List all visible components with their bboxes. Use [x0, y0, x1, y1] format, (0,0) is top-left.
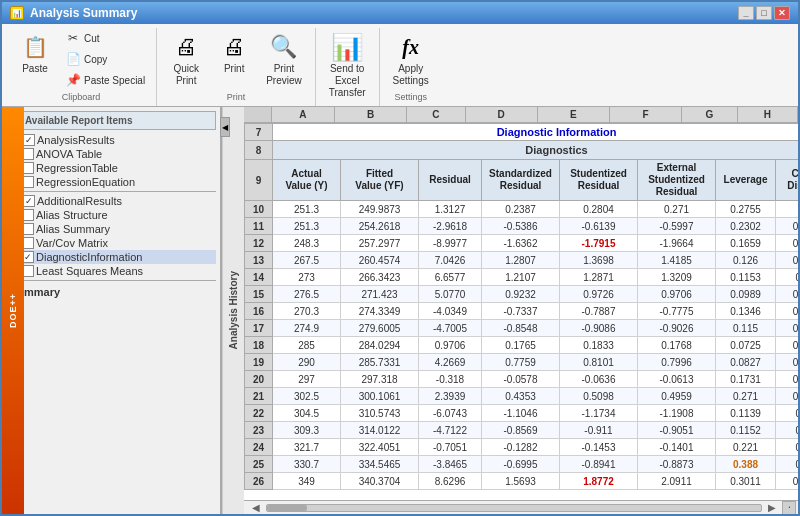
cell-21-c: 2.3939 — [419, 388, 482, 405]
table-row: 12248.3257.2977-8.9977-1.6362-1.7915-1.9… — [245, 235, 799, 252]
cell-12-g: 0.1659 — [716, 235, 776, 252]
cell-17-c: -4.7005 — [419, 320, 482, 337]
cell-17-h: 0.0358 — [776, 320, 799, 337]
panel-toggle[interactable]: ◀ — [220, 117, 230, 137]
cell-26-g: 0.3011 — [716, 473, 776, 490]
cell-20-d: -0.0578 — [482, 371, 560, 388]
minimize-button[interactable]: _ — [738, 6, 754, 20]
print-preview-label: PrintPreview — [266, 63, 302, 87]
print-preview-icon: 🔍 — [268, 31, 300, 63]
diagnostic-info-item[interactable]: DiagnosticInformation — [18, 250, 216, 264]
paste-button[interactable]: 📋 Paste — [12, 28, 58, 78]
regression-label: RegressionTable — [36, 162, 118, 174]
row-26-num: 26 — [245, 473, 273, 490]
close-button[interactable]: ✕ — [774, 6, 790, 20]
cell-24-c: -0.7051 — [419, 439, 482, 456]
cell-23-c: -4.7122 — [419, 422, 482, 439]
copy-button[interactable]: 📄 Copy — [60, 49, 150, 69]
cell-10-c: 1.3127 — [419, 201, 482, 218]
anova-label: ANOVA Table — [36, 148, 102, 160]
scroll-track[interactable] — [266, 504, 762, 512]
var-cov-item[interactable]: Var/Cov Matrix — [18, 236, 216, 250]
cell-15-f: 0.9706 — [638, 286, 716, 303]
least-squares-item[interactable]: Least Squares Means — [18, 264, 216, 278]
analysis-history-panel[interactable]: Analysis History — [222, 107, 244, 514]
col-header-A[interactable]: A — [272, 107, 335, 122]
analysis-results-checkbox[interactable] — [23, 134, 35, 146]
scroll-thumb[interactable] — [267, 505, 307, 511]
scroll-left[interactable]: ◀ — [246, 502, 266, 513]
paste-special-button[interactable]: 📌 Paste Special — [60, 70, 150, 90]
cell-13-h: 0.0901 — [776, 252, 799, 269]
table-row: 22304.5310.5743-6.0743-1.1046-1.1734-1.1… — [245, 405, 799, 422]
bottom-scrollbar[interactable]: ◀ ▶ ⬝ — [244, 500, 798, 514]
th-stud-residual: StudentizedResidual — [560, 160, 638, 201]
window-title: Analysis Summary — [30, 6, 137, 20]
send-excel-label: Send toExcelTransfer — [329, 63, 366, 99]
print-preview-button[interactable]: 🔍 PrintPreview — [259, 28, 309, 90]
scroll-right[interactable]: ▶ — [762, 502, 782, 513]
print-button[interactable]: 🖨 Print — [211, 28, 257, 78]
anova-table-item[interactable]: ANOVA Table — [18, 147, 216, 161]
cell-19-h: 0.0197 — [776, 354, 799, 371]
cell-25-e: -0.8941 — [560, 456, 638, 473]
cell-15-a: 276.5 — [273, 286, 341, 303]
col-header-D[interactable]: D — [466, 107, 538, 122]
col-header-G[interactable]: G — [682, 107, 738, 122]
excel-icon: 📊 — [331, 31, 363, 63]
settings-group-label: Settings — [394, 92, 427, 102]
analysis-history-label: Analysis History — [228, 271, 239, 349]
cell-25-b: 334.5465 — [341, 456, 419, 473]
table-row: 17274.9279.6005-4.7005-0.8548-0.9086-0.9… — [245, 320, 799, 337]
alias-structure-item[interactable]: Alias Structure — [18, 208, 216, 222]
additional-results-checkbox[interactable] — [23, 195, 35, 207]
cell-14-e: 1.2871 — [560, 269, 638, 286]
cell-10-a: 251.3 — [273, 201, 341, 218]
cell-17-b: 279.6005 — [341, 320, 419, 337]
cell-12-b: 257.2977 — [341, 235, 419, 252]
analysis-results-children: ANOVA Table RegressionTable RegressionEq… — [18, 147, 216, 189]
cell-19-c: 4.2669 — [419, 354, 482, 371]
scroll-corner[interactable]: ⬝ — [782, 501, 796, 515]
cell-21-g: 0.271 — [716, 388, 776, 405]
th-leverage: Leverage — [716, 160, 776, 201]
analysis-results-label: AnalysisResults — [37, 134, 115, 146]
regression-table-item[interactable]: RegressionTable — [18, 161, 216, 175]
copy-label: Copy — [84, 54, 107, 65]
analysis-results-folder[interactable]: - AnalysisResults — [6, 133, 216, 147]
main-window: 📊 Analysis Summary _ □ ✕ 📋 Paste ✂ Cut — [0, 0, 800, 516]
diagnostics-title: Diagnostics — [273, 141, 799, 160]
cell-12-c: -8.9977 — [419, 235, 482, 252]
cell-15-b: 271.423 — [341, 286, 419, 303]
cell-25-d: -0.6995 — [482, 456, 560, 473]
row-12-num: 12 — [245, 235, 273, 252]
col-header-E[interactable]: E — [538, 107, 610, 122]
th-residual: Residual — [419, 160, 482, 201]
col-header-F[interactable]: F — [610, 107, 682, 122]
app-icon: 📊 — [10, 6, 24, 20]
available-items-header: Available Report Items — [25, 115, 132, 126]
cell-24-f: -0.1401 — [638, 439, 716, 456]
table-scroll-area[interactable]: 7 Diagnostic Information 8 Diagnostics 9… — [244, 123, 798, 500]
col-header-B[interactable]: B — [335, 107, 407, 122]
row-24-num: 24 — [245, 439, 273, 456]
apply-settings-button[interactable]: fx ApplySettings — [386, 28, 436, 90]
row-15-num: 15 — [245, 286, 273, 303]
cell-26-h: 0.5061 — [776, 473, 799, 490]
copy-icon: 📄 — [65, 51, 81, 67]
send-to-excel-button[interactable]: 📊 Send toExcelTransfer — [322, 28, 373, 102]
col-header-C[interactable]: C — [407, 107, 465, 122]
table-row: 24321.7322.4051-0.7051-0.1282-0.1453-0.1… — [245, 439, 799, 456]
additional-results-folder[interactable]: - AdditionalResults — [6, 194, 216, 208]
quick-print-button[interactable]: 🖨 QuickPrint — [163, 28, 209, 90]
alias-summary-item[interactable]: Alias Summary — [18, 222, 216, 236]
cut-button[interactable]: ✂ Cut — [60, 28, 150, 48]
col-header-H[interactable]: H — [738, 107, 798, 122]
cell-22-b: 310.5743 — [341, 405, 419, 422]
regression-equation-item[interactable]: RegressionEquation — [18, 175, 216, 189]
cell-16-b: 274.3349 — [341, 303, 419, 320]
maximize-button[interactable]: □ — [756, 6, 772, 20]
cut-label: Cut — [84, 33, 100, 44]
cell-12-e: -1.7915 — [560, 235, 638, 252]
table-row: 26349340.37048.62961.56931.87722.09110.3… — [245, 473, 799, 490]
